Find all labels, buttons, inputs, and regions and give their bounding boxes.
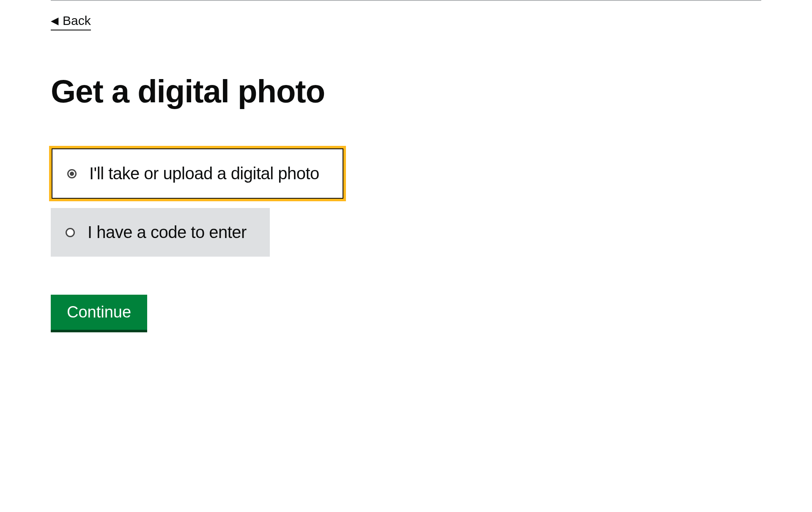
radio-label-code: I have a code to enter (88, 223, 247, 242)
radio-option-code[interactable]: I have a code to enter (51, 208, 270, 257)
back-link[interactable]: ◀ Back (51, 14, 91, 30)
radio-option-upload[interactable]: I'll take or upload a digital photo (51, 148, 344, 200)
continue-button-label: Continue (67, 303, 131, 321)
radio-circle-icon (67, 169, 77, 178)
photo-option-radio-group: I'll take or upload a digital photo I ha… (51, 148, 761, 265)
page-title: Get a digital photo (51, 73, 761, 110)
radio-circle-icon (66, 228, 75, 237)
radio-label-upload: I'll take or upload a digital photo (89, 164, 319, 183)
page-container: ◀ Back Get a digital photo I'll take or … (0, 1, 812, 345)
back-link-label: Back (63, 14, 91, 28)
continue-button[interactable]: Continue (51, 295, 147, 332)
back-arrow-icon: ◀ (51, 15, 58, 27)
